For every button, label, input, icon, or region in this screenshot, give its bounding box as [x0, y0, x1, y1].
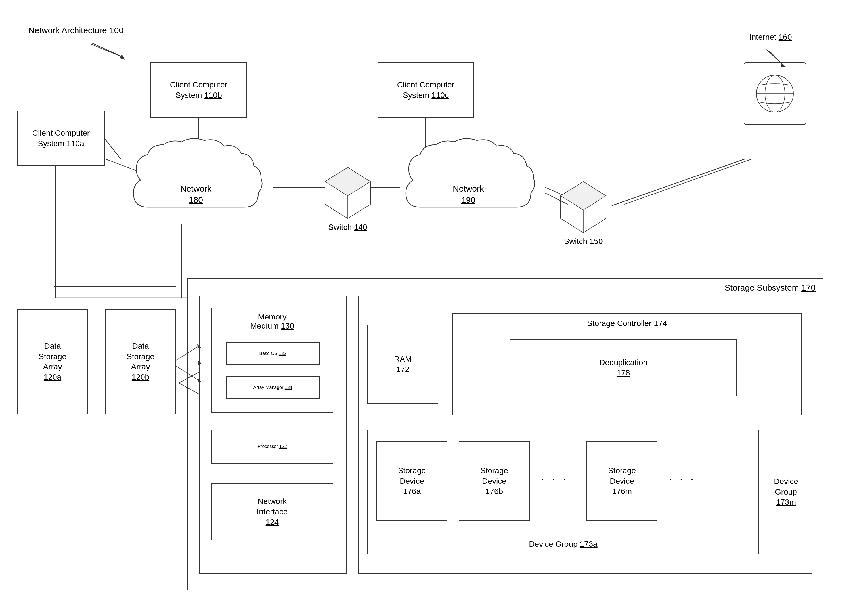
diagram: Network Architecture 100 Internet 160 Cl…	[0, 0, 851, 616]
svg-line-37	[105, 139, 121, 159]
client-110a: Client ComputerSystem 110a	[17, 111, 105, 166]
client-110b: Client ComputerSystem 110b	[150, 62, 247, 118]
internet-box	[744, 62, 806, 125]
ram-box: RAM172	[367, 325, 438, 404]
memory-medium-box: MemoryMedium 130 Base OS 132 Array Manag…	[211, 308, 333, 413]
globe-icon	[754, 72, 796, 115]
network-arch-label: Network Architecture 100	[29, 26, 123, 35]
array-manager-box: Array Manager 134	[226, 376, 320, 399]
svg-line-8	[624, 159, 752, 204]
dots-2: . . .	[669, 470, 696, 483]
base-os-box: Base OS 132	[226, 342, 320, 365]
processor-box: Processor 122	[211, 430, 333, 464]
data-storage-120a: DataStorageArray120a	[17, 309, 88, 414]
svg-line-42	[612, 159, 745, 206]
storage-device-176m: StorageDevice176m	[586, 442, 657, 521]
svg-text:180: 180	[189, 195, 203, 204]
network-190-cloud: Network 190	[392, 136, 545, 225]
storage-device-176a: StorageDevice176a	[376, 442, 447, 521]
left-inner-box: MemoryMedium 130 Base OS 132 Array Manag…	[199, 296, 347, 574]
dots-1: . . .	[541, 470, 568, 483]
storage-controller-box: Storage Controller 174 Deduplication178	[453, 313, 801, 415]
svg-text:Network: Network	[180, 184, 212, 193]
right-storage-box: RAM172 Storage Controller 174 Deduplicat…	[358, 296, 812, 574]
svg-marker-33	[119, 55, 125, 60]
svg-text:190: 190	[461, 195, 475, 204]
device-group-173a-box: Device Group 173a StorageDevice176a Stor…	[367, 430, 759, 554]
network-180-cloud: Network 180	[119, 136, 272, 225]
svg-line-0	[91, 44, 125, 58]
deduplication-box: Deduplication178	[510, 340, 737, 396]
storage-subsystem-label: Storage Subsystem 170	[725, 283, 815, 293]
switch-150: Switch 150	[556, 179, 610, 237]
data-storage-120b: DataStorageArray120b	[105, 309, 176, 414]
switch-140: Switch 140	[321, 165, 375, 222]
internet-label: Internet 160	[749, 33, 792, 42]
network-interface-box: NetworkInterface124	[211, 484, 333, 540]
svg-text:Network: Network	[453, 184, 484, 193]
storage-subsystem-outer: Storage Subsystem 170 MemoryMedium 130 B…	[187, 278, 823, 590]
device-group-173m-box: DeviceGroup173m	[768, 430, 804, 554]
storage-device-176b: StorageDevice176b	[459, 442, 530, 521]
client-110c: Client ComputerSystem 110c	[377, 62, 474, 118]
svg-line-32	[92, 43, 122, 57]
